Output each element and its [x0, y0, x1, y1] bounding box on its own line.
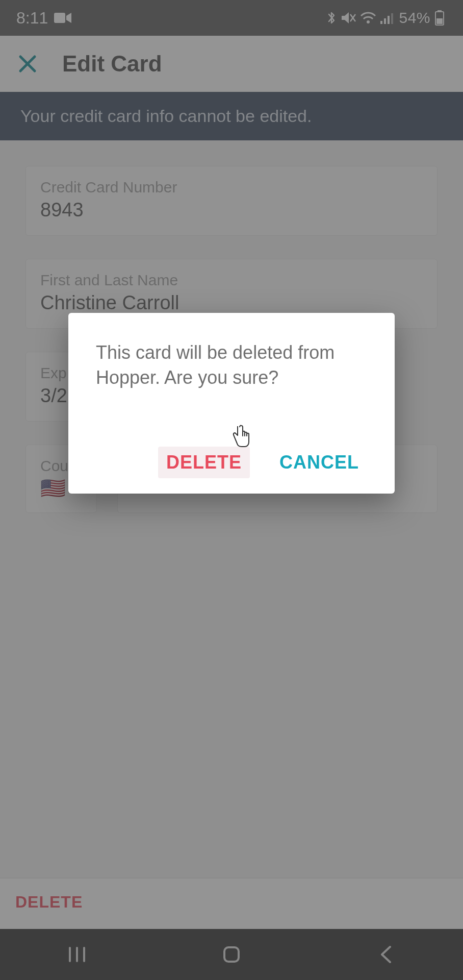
modal-scrim[interactable]: This card will be deleted from Hopper. A…: [0, 0, 463, 980]
dialog-cancel-button[interactable]: CANCEL: [271, 447, 367, 478]
pointer-cursor-icon: [230, 423, 251, 448]
confirm-delete-dialog: This card will be deleted from Hopper. A…: [68, 313, 395, 493]
dialog-message: This card will be deleted from Hopper. A…: [96, 340, 367, 390]
dialog-delete-button[interactable]: DELETE: [158, 447, 250, 478]
